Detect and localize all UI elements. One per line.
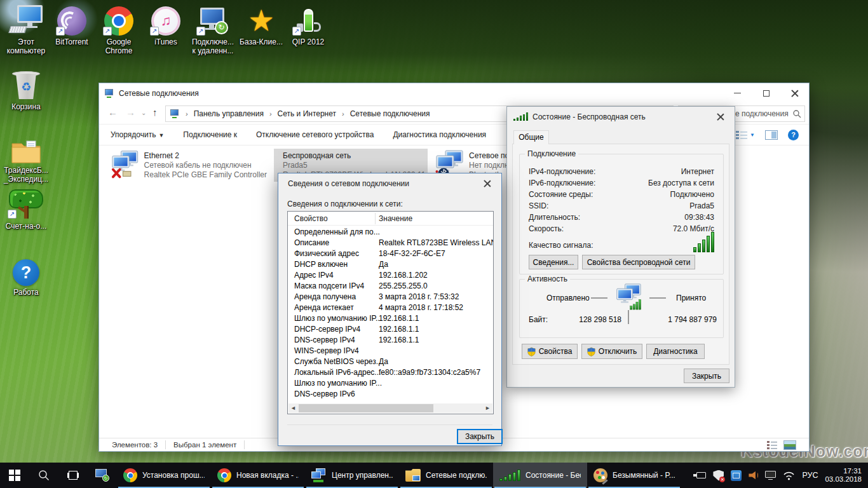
- tree-icon: ↗: [9, 188, 43, 220]
- field-value: Интернет: [681, 167, 714, 176]
- breadcrumb-network-internet[interactable]: Сеть и Интернет: [278, 109, 336, 118]
- desktop-icon-chrome[interactable]: ↗ Google Chrome: [94, 4, 144, 55]
- desktop-icon-recycle-bin[interactable]: ♻ Корзина: [1, 69, 51, 111]
- table-row[interactable]: Локальный IPv6-адрес...fe80::a9a9:fb73:1…: [288, 367, 493, 378]
- diagnose-command[interactable]: Диагностика подключения: [393, 130, 486, 139]
- desktop-icon-schet[interactable]: ↗ Счет-на-о...: [1, 188, 51, 231]
- help-button[interactable]: ?: [788, 130, 799, 140]
- taskbar-button-chrome-1[interactable]: Установка прош...: [117, 463, 211, 488]
- table-row[interactable]: Физический адрес18-4F-32-2F-6C-E7: [288, 248, 493, 259]
- table-row[interactable]: DHCP включенДа: [288, 259, 493, 270]
- group-title: Подключение: [525, 149, 578, 158]
- desktop-icon-bittorrent[interactable]: ↗ BitTorrent: [47, 4, 97, 46]
- connection-item-ethernet[interactable]: Ethernet 2 Сетевой кабель не подключен R…: [107, 149, 271, 182]
- properties-button[interactable]: Свойства: [522, 344, 578, 359]
- desktop-icon-remote-desktop[interactable]: ↻↗ Подключе... к удаленн...: [188, 4, 238, 55]
- field-value: 09:38:43: [684, 213, 714, 222]
- tray-app-icon[interactable]: [731, 470, 742, 481]
- table-row[interactable]: Маска подсети IPv4255.255.255.0: [288, 281, 493, 292]
- folder-icon: [11, 132, 41, 164]
- forward-button[interactable]: →: [126, 107, 135, 118]
- details-close-button[interactable]: Закрыть: [457, 429, 503, 444]
- network-connections-icon: [104, 89, 114, 98]
- tab-general[interactable]: Общие: [513, 130, 549, 144]
- thumbnail-view-toggle[interactable]: [783, 440, 796, 450]
- back-button[interactable]: ←: [108, 107, 118, 118]
- taskbar-search-button[interactable]: [29, 463, 58, 488]
- preview-pane-button[interactable]: [765, 130, 778, 140]
- taskbar-button-network-center[interactable]: Центр управлен...: [305, 463, 399, 488]
- table-row[interactable]: DNS-сервер IPv6: [288, 389, 493, 400]
- close-button[interactable]: [706, 107, 735, 126]
- horizontal-scrollbar[interactable]: ◄ ►: [288, 403, 492, 413]
- wifi-icon[interactable]: [783, 471, 795, 480]
- table-row[interactable]: Служба NetBIOS через...Да: [288, 356, 493, 367]
- network-center-icon: [311, 468, 327, 482]
- desktop-icon-this-pc[interactable]: Этот компьютер: [1, 4, 51, 55]
- details-view-toggle[interactable]: [767, 440, 777, 449]
- disable-button[interactable]: Отключить: [581, 344, 642, 359]
- power-battery-icon[interactable]: [693, 471, 706, 479]
- desktop-icon-rabota[interactable]: ? Работа: [1, 254, 51, 297]
- bytes-sent-value: 128 298 518: [558, 315, 621, 324]
- maximize-button[interactable]: [752, 83, 780, 103]
- table-row[interactable]: DHCP-сервер IPv4192.168.1.1: [288, 324, 493, 335]
- ethernet-disconnected-icon: [111, 150, 139, 179]
- desktop-icon-itunes[interactable]: ♫↗ iTunes: [141, 4, 191, 46]
- disable-device-command[interactable]: Отключение сетевого устройства: [256, 130, 374, 139]
- chrome-icon: [123, 468, 137, 482]
- items-count: Элементов: 3: [112, 441, 158, 449]
- desktop-icon-qip[interactable]: ↗ QIP 2012: [283, 4, 333, 46]
- desktop-icon-label: Корзина: [11, 102, 41, 111]
- taskbar-button-network-connections[interactable]: Сетевые подклю...: [399, 463, 493, 488]
- pinned-remote-desktop[interactable]: ↻: [88, 463, 117, 488]
- diagnose-button[interactable]: Диагностика: [646, 344, 705, 359]
- taskbar-button-chrome-2[interactable]: Новая вкладка - ...: [211, 463, 305, 488]
- details-button[interactable]: Сведения...: [529, 255, 578, 269]
- close-button[interactable]: [780, 83, 809, 103]
- field-value: Prada5: [689, 201, 714, 210]
- table-row[interactable]: Адрес IPv4192.168.1.202: [288, 270, 493, 281]
- desktop-icon-traydeks-folder[interactable]: ТрайдексБ... _Экспедиц...: [1, 132, 51, 184]
- rdp-arrows-icon: ↻: [215, 21, 228, 34]
- display-icon[interactable]: [765, 471, 776, 480]
- security-shield-alert-icon[interactable]: ✕: [713, 470, 724, 481]
- up-button[interactable]: ↑: [153, 107, 158, 118]
- close-button[interactable]: [473, 173, 501, 193]
- field-label: IPv6-подключение:: [529, 179, 595, 187]
- shortcut-arrow-icon: ↗: [292, 27, 301, 36]
- volume-icon[interactable]: [749, 471, 758, 480]
- table-row[interactable]: ОписаниеRealtek RTL8723BE Wireless LAN 8…: [288, 238, 493, 248]
- table-row[interactable]: Аренда получена3 марта 2018 г. 7:53:32: [288, 292, 493, 302]
- connection-name: Ethernet 2: [144, 151, 267, 161]
- wireless-properties-button[interactable]: Свойства беспроводной сети: [582, 255, 695, 269]
- table-row[interactable]: DNS-сервер IPv4192.168.1.1: [288, 335, 493, 346]
- table-row[interactable]: Аренда истекает4 марта 2018 г. 17:18:52: [288, 302, 493, 313]
- organize-menu[interactable]: Упорядочить▼: [111, 130, 164, 139]
- clock[interactable]: 17:31 03.03.2018: [825, 467, 862, 484]
- minimize-button[interactable]: [723, 83, 752, 103]
- desktop-icon-label: ТрайдексБ...: [4, 166, 48, 175]
- table-row[interactable]: WINS-сервер IPv4: [288, 346, 493, 356]
- status-close-button[interactable]: Закрыть: [684, 369, 729, 383]
- desktop-icon-baza-klient[interactable]: ★ База-Клие...: [236, 4, 286, 46]
- chrome-icon: ↗: [104, 4, 133, 36]
- table-row[interactable]: Шлюз по умолчанию IP...: [288, 378, 493, 389]
- column-property: Свойство: [294, 214, 328, 223]
- change-view-button[interactable]: ▼: [736, 130, 755, 139]
- task-view-button[interactable]: [58, 463, 88, 488]
- scroll-left-button[interactable]: ◄: [288, 403, 298, 413]
- taskbar-button-wireless-status[interactable]: Состояние - Бес...: [493, 463, 587, 488]
- table-row[interactable]: Определенный для по...: [288, 227, 493, 238]
- connect-to-command[interactable]: Подключение к: [183, 130, 237, 139]
- language-indicator[interactable]: РУС: [802, 471, 818, 480]
- history-dropdown-button[interactable]: ⌄: [141, 109, 146, 116]
- breadcrumb-network-connections[interactable]: Сетевые подключения: [350, 109, 430, 118]
- scrollbar-thumb[interactable]: [299, 404, 433, 412]
- breadcrumb-control-panel[interactable]: Панель управления: [194, 109, 264, 118]
- scroll-right-button[interactable]: ►: [483, 403, 492, 413]
- start-button[interactable]: [0, 463, 29, 488]
- taskbar-button-paint[interactable]: Безымянный - P...: [587, 463, 681, 488]
- field-label: SSID:: [529, 201, 548, 210]
- table-row[interactable]: Шлюз по умолчанию IP...192.168.1.1: [288, 313, 493, 324]
